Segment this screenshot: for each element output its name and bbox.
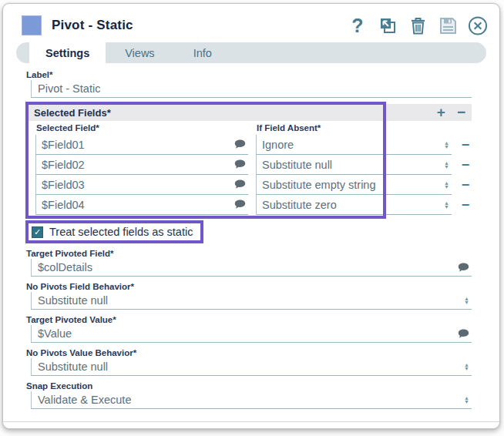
delete-button[interactable] (408, 15, 428, 35)
if-field-absent-select[interactable]: Ignore ▲▼ (256, 135, 452, 155)
selected-field-input[interactable]: $Field04 (35, 195, 248, 215)
if-field-absent-select[interactable]: Substitute null ▲▼ (256, 155, 452, 175)
snap-settings-dialog: Pivot - Static ? (2, 3, 500, 429)
selected-field-input[interactable]: $Field03 (35, 175, 248, 195)
no-pivots-value-behavior-label: No Pivots Value Behavior* (26, 348, 472, 357)
target-pivoted-field-label: Target Pivoted Field* (26, 249, 472, 258)
dropdown-spinner-icon: ▲▼ (444, 161, 449, 169)
open-icon (378, 16, 398, 35)
label-field-label: Label* (26, 70, 472, 79)
dropdown-spinner-icon: ▲▼ (444, 181, 449, 189)
comment-bubble-icon[interactable] (234, 139, 246, 149)
tab-settings[interactable]: Settings (29, 42, 106, 63)
label-input-value: Pivot - Static (38, 82, 100, 95)
treat-static-checkbox-label: Treat selected fields as static (49, 226, 193, 238)
check-icon: ✓ (34, 228, 41, 236)
selected-field-input[interactable]: $Field02 (35, 155, 248, 175)
dropdown-spinner-icon: ▲▼ (464, 396, 469, 404)
if-field-absent-select[interactable]: Substitute zero ▲▼ (256, 195, 452, 215)
header-toolbar: ? (348, 15, 488, 35)
label-input[interactable]: Pivot - Static (31, 80, 472, 98)
table-row: $Field03 Substitute empty string ▲▼ − (35, 175, 472, 195)
dialog-footer (3, 421, 499, 428)
selected-fields-actions: + − (437, 104, 465, 121)
remove-row-button[interactable]: − (459, 195, 472, 215)
remove-rows-button[interactable]: − (457, 104, 465, 121)
selected-fields-header: Selected Fields* + − (29, 104, 472, 121)
no-pivots-value-behavior-select[interactable]: Substitute null ▲▼ (31, 358, 472, 376)
comment-bubble-icon[interactable] (458, 329, 469, 339)
target-pivoted-value-label: Target Pivoted Value* (26, 315, 472, 324)
dropdown-spinner-icon: ▲▼ (464, 363, 469, 371)
table-row: $Field04 Substitute zero ▲▼ − (35, 195, 472, 215)
close-icon (468, 15, 488, 36)
selected-fields-section: Selected Fields* + − Selected Field* If … (29, 104, 472, 215)
settings-panel: Label* Pivot - Static Selected Fields* +… (3, 63, 499, 409)
static-fields-checkbox-group: ✓ Treat selected fields as static (25, 220, 203, 243)
snap-execution-label: Snap Execution (26, 381, 472, 391)
selected-fields-title: Selected Fields* (34, 107, 111, 119)
snap-execution-select[interactable]: Validate & Execute ▲▼ (31, 391, 472, 409)
remove-row-button[interactable]: − (459, 135, 472, 155)
target-pivoted-value-input[interactable]: $Value (31, 325, 472, 343)
dialog-header: Pivot - Static ? (3, 4, 499, 42)
table-row: $Field02 Substitute null ▲▼ − (35, 155, 472, 175)
tab-views[interactable]: Views (106, 42, 173, 63)
help-button[interactable]: ? (348, 15, 368, 35)
table-column-headers: Selected Field* If Field Absent* (35, 123, 472, 135)
target-pivoted-field-input[interactable]: $colDetails (31, 259, 472, 277)
tab-info[interactable]: Info (174, 42, 231, 63)
treat-static-checkbox[interactable]: ✓ (32, 226, 43, 238)
open-in-new-button[interactable] (378, 15, 398, 35)
trash-icon (409, 16, 427, 35)
column-header-if-field-absent: If Field Absent* (256, 123, 452, 135)
dropdown-spinner-icon: ▲▼ (444, 201, 449, 209)
add-row-button[interactable]: + (437, 104, 445, 121)
if-field-absent-select[interactable]: Substitute empty string ▲▼ (256, 175, 452, 195)
column-header-selected-field: Selected Field* (35, 123, 248, 135)
close-button[interactable] (468, 15, 488, 35)
comment-bubble-icon[interactable] (234, 159, 246, 169)
remove-row-button[interactable]: − (459, 175, 472, 195)
snap-icon (22, 15, 42, 35)
no-pivots-field-behavior-select[interactable]: Substitute null ▲▼ (31, 292, 472, 310)
dropdown-spinner-icon: ▲▼ (464, 297, 469, 304)
dialog-title: Pivot - Static (52, 18, 133, 33)
comment-bubble-icon[interactable] (234, 179, 246, 189)
dropdown-spinner-icon: ▲▼ (444, 141, 449, 149)
save-button[interactable] (438, 15, 458, 35)
save-icon (439, 17, 457, 35)
selected-field-input[interactable]: $Field01 (35, 135, 248, 155)
comment-bubble-icon[interactable] (234, 200, 246, 210)
tab-bar: Settings Views Info (16, 42, 486, 63)
comment-bubble-icon[interactable] (458, 263, 469, 273)
no-pivots-field-behavior-label: No Pivots Field Behavior* (26, 282, 472, 291)
table-row: $Field01 Ignore ▲▼ − (35, 135, 472, 155)
help-icon: ? (351, 16, 363, 35)
remove-row-button[interactable]: − (459, 155, 472, 175)
